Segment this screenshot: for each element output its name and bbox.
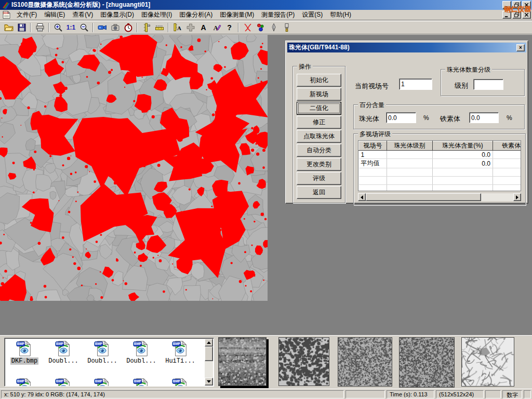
- bmp-file-icon: [133, 340, 150, 357]
- save-button[interactable]: [15, 22, 28, 33]
- scroll-right-button[interactable]: [513, 193, 521, 201]
- scroll-up-icon: [207, 341, 211, 344]
- timer-clock-button[interactable]: [122, 22, 135, 33]
- zoom-out-button[interactable]: [77, 22, 90, 33]
- minimize-button[interactable]: [502, 1, 511, 9]
- actual-size-button[interactable]: 1:1: [64, 22, 77, 33]
- curve-cut-icon: [243, 23, 252, 32]
- thumbnail-3[interactable]: [338, 337, 392, 387]
- pick-pearlite-button[interactable]: 点取珠光体: [297, 130, 341, 143]
- current-field-input[interactable]: [399, 78, 432, 90]
- init-button[interactable]: 初始化: [297, 74, 341, 87]
- table-row[interactable]: [359, 185, 522, 192]
- file-item-partial[interactable]: [45, 378, 82, 387]
- print-button[interactable]: [33, 22, 46, 33]
- document-icon[interactable]: DOC: [2, 10, 11, 19]
- return-button[interactable]: 返回: [297, 186, 341, 199]
- bmp-file-icon: [133, 378, 150, 387]
- capture-camera-button[interactable]: [109, 22, 122, 33]
- auto-classify-button[interactable]: 自动分类: [297, 144, 341, 157]
- col-ferrite-content[interactable]: 铁素体含量(%): [493, 141, 522, 151]
- pearlite-percent-input[interactable]: [386, 112, 416, 123]
- file-list-scrollbar[interactable]: [205, 339, 213, 385]
- ruler-button[interactable]: [153, 22, 166, 33]
- phase-dots-button[interactable]: [254, 22, 267, 33]
- file-item-partial[interactable]: [6, 378, 43, 387]
- menu-edit[interactable]: 编辑(E): [41, 9, 69, 20]
- file-item[interactable]: HuiTi...: [162, 340, 199, 365]
- status-image-size: (512x512x24): [436, 390, 484, 398]
- file-item[interactable]: Doubl...: [123, 340, 160, 365]
- menu-settings[interactable]: 设置(S): [298, 9, 326, 20]
- help-button[interactable]: ?: [223, 22, 236, 33]
- caliper-button[interactable]: [140, 22, 153, 33]
- menu-view[interactable]: 查看(V): [69, 9, 97, 20]
- zoom-in-button[interactable]: [51, 22, 64, 33]
- mdi-minimize-button[interactable]: [502, 11, 511, 19]
- scroll-down-button[interactable]: [205, 378, 213, 385]
- col-pearlite-grade[interactable]: 珠光体级别: [387, 141, 433, 151]
- table-horizontal-scrollbar[interactable]: [358, 193, 521, 201]
- text-tool-button[interactable]: A: [197, 22, 210, 33]
- new-field-button[interactable]: 新视场: [297, 88, 341, 101]
- menu-measure-report[interactable]: 测量报告(P): [258, 9, 298, 20]
- thumbnail-5[interactable]: [461, 337, 514, 387]
- file-item-partial[interactable]: [84, 378, 121, 387]
- micrograph-image[interactable]: [0, 35, 268, 301]
- menu-image-display[interactable]: 图像显示(D): [97, 9, 138, 20]
- bmp-file-icon: [172, 340, 189, 357]
- close-button[interactable]: [522, 1, 531, 9]
- zoom-in-icon: [54, 23, 63, 32]
- pen-icon: [269, 23, 278, 32]
- merge-tool-button[interactable]: [184, 22, 197, 33]
- dialog-title-bar[interactable]: 珠光体(GB/T9441-88) ×: [287, 43, 526, 52]
- scrollbar-thumb[interactable]: [205, 347, 213, 361]
- menu-image-measure[interactable]: 图像测量(M): [216, 9, 258, 20]
- menu-file[interactable]: 文件(F): [13, 9, 41, 20]
- file-item[interactable]: Doubl...: [84, 340, 121, 365]
- measure-font-button[interactable]: A: [171, 22, 184, 33]
- scrollbar-thumb[interactable]: [366, 193, 481, 201]
- dialog-close-button[interactable]: ×: [516, 44, 525, 51]
- thumbnail-4[interactable]: [399, 337, 455, 388]
- table-row[interactable]: 平均值 0.0: [359, 159, 522, 168]
- file-item-partial[interactable]: [162, 378, 199, 387]
- table-row[interactable]: 1 0.0: [359, 151, 522, 159]
- grade-button[interactable]: 评级: [297, 172, 341, 185]
- thumbnail-1[interactable]: [218, 337, 267, 386]
- restore-button[interactable]: [512, 1, 521, 9]
- bmp-file-icon: [172, 378, 189, 387]
- level-input[interactable]: [473, 79, 503, 90]
- table-row[interactable]: [359, 177, 522, 185]
- mdi-restore-button[interactable]: [512, 11, 521, 19]
- scroll-up-button[interactable]: [205, 339, 213, 347]
- multi-field-group: 多视场评级 视场号 珠光体级别 珠光体含量(%) 铁素体含量(%): [353, 134, 526, 205]
- multi-field-legend: 多视场评级: [358, 130, 392, 139]
- col-field-number[interactable]: 视场号: [359, 141, 387, 151]
- file-item[interactable]: Doubl...: [45, 340, 82, 365]
- cell-field-number: [359, 168, 387, 177]
- annotate-tool-button[interactable]: A: [210, 22, 223, 33]
- correct-button[interactable]: 修正: [297, 116, 341, 129]
- brush-tool-button[interactable]: [280, 22, 293, 33]
- curve-tool-button[interactable]: [241, 22, 254, 33]
- menu-image-analysis[interactable]: 图像分析(A): [176, 9, 216, 20]
- pen-tool-button[interactable]: [267, 22, 280, 33]
- bmp-file-icon: [94, 340, 111, 357]
- file-item[interactable]: DKF.bmp: [6, 340, 43, 365]
- table-row[interactable]: [359, 168, 522, 177]
- menu-help[interactable]: 帮助(H): [326, 9, 355, 20]
- thumbnail-2[interactable]: [278, 337, 329, 386]
- col-pearlite-content[interactable]: 珠光体含量(%): [433, 141, 493, 151]
- scroll-left-button[interactable]: [358, 193, 366, 201]
- ferrite-percent-input[interactable]: [469, 112, 499, 123]
- change-class-button[interactable]: 更改类别: [297, 158, 341, 171]
- mdi-close-button[interactable]: [522, 11, 531, 19]
- menu-image-processing[interactable]: 图像处理(I): [138, 9, 176, 20]
- video-camera-button[interactable]: [96, 22, 109, 33]
- open-button[interactable]: [2, 22, 15, 33]
- dialog-title: 珠光体(GB/T9441-88): [289, 43, 350, 52]
- file-item-partial[interactable]: [123, 378, 160, 387]
- actual-size-label: 1:1: [66, 24, 75, 31]
- binarize-button[interactable]: 二值化: [297, 102, 341, 115]
